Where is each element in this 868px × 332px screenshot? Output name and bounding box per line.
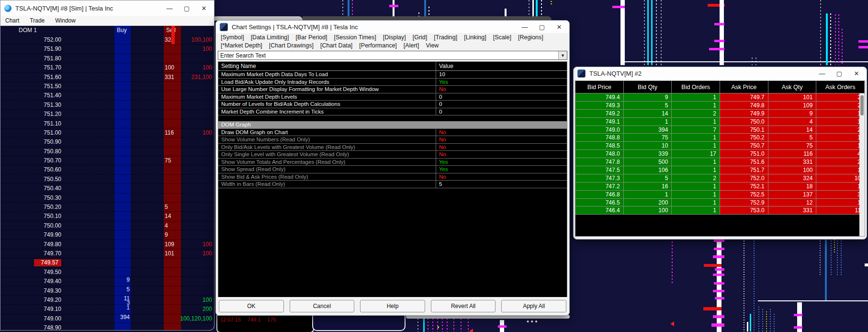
dom-price-row[interactable]: 751.00116100 bbox=[0, 128, 214, 137]
dialog-titlebar[interactable]: Chart Settings | TSLA-NQTV[M] #8 | Tesla… bbox=[216, 21, 569, 33]
ask-qty-cell[interactable]: 331 bbox=[165, 74, 181, 80]
maximize-icon[interactable]: ▢ bbox=[836, 70, 843, 77]
ask-qty-cell[interactable]: 4 bbox=[165, 222, 181, 229]
ask-qty-cell[interactable]: 9 bbox=[165, 231, 181, 238]
setting-value[interactable]: 0 bbox=[436, 94, 567, 100]
tab-bar-period[interactable]: [Bar Period] bbox=[296, 34, 327, 41]
dom-price-row[interactable]: 752.00324100,100 bbox=[0, 35, 214, 45]
setting-row-number-of-levels-for-bid-ask-depth-calculations[interactable]: Number of Levels for Bid/Ask Depth Calcu… bbox=[218, 101, 567, 108]
setting-row-draw-dom-graph-on-chart[interactable]: Draw DOM Graph on ChartNo bbox=[218, 129, 567, 137]
menu-trade[interactable]: Trade bbox=[30, 17, 45, 24]
dom-price-row[interactable]: 750.90 bbox=[0, 137, 214, 147]
ask-qty-cell[interactable]: 116 bbox=[165, 129, 181, 136]
bid-qty-cell[interactable]: 5 bbox=[114, 287, 130, 292]
depth-col-ask-price[interactable]: Ask Price bbox=[720, 81, 768, 93]
setting-row-maximum-market-depth-levels[interactable]: Maximum Market Depth Levels0 bbox=[218, 93, 567, 101]
ask-qty-cell[interactable]: 101 bbox=[165, 250, 181, 257]
setting-row-show-volume-totals-and-percentages-read-only[interactable]: Show Volume Totals And Percentages (Read… bbox=[218, 159, 567, 166]
setting-value[interactable]: No bbox=[436, 144, 567, 150]
setting-row-load-bid-ask-update-only-intraday-records[interactable]: Load Bid/Ask Update Only Intraday Record… bbox=[218, 79, 567, 86]
dom-price-row[interactable]: 751.60331231,100 bbox=[0, 73, 214, 82]
depth-col-bid-qty[interactable]: Bid Qty bbox=[624, 81, 672, 93]
setting-value[interactable]: 0 bbox=[436, 101, 567, 107]
tab-alert[interactable]: [Alert] bbox=[404, 42, 419, 49]
dom-price-row[interactable]: 751.20 bbox=[0, 110, 214, 119]
dom-price-row[interactable]: 751.30 bbox=[0, 101, 214, 110]
setting-value[interactable]: No bbox=[436, 129, 567, 135]
dom-price-row[interactable]: 750.1014 bbox=[0, 212, 214, 221]
ask-qty-cell[interactable]: 14 bbox=[165, 213, 181, 219]
close-icon[interactable]: ✕ bbox=[853, 70, 860, 77]
setting-value[interactable]: No bbox=[436, 86, 567, 92]
setting-row-market-depth-combine-increment-in-ticks[interactable]: Market Depth Combine Increment in Ticks0 bbox=[218, 108, 567, 116]
dom-price-row[interactable]: 749.50 bbox=[0, 268, 214, 277]
help-button[interactable]: Help bbox=[360, 300, 425, 312]
tab-grid[interactable]: [Grid] bbox=[413, 34, 428, 41]
tab-linking[interactable]: [Linking] bbox=[464, 34, 486, 41]
dom-price-row[interactable]: 751.10 bbox=[0, 119, 214, 128]
setting-value[interactable]: No bbox=[436, 137, 567, 142]
setting-value[interactable]: 0 bbox=[436, 109, 567, 114]
menu-chart[interactable]: Chart bbox=[5, 17, 19, 24]
dom-price-row[interactable]: 749.20113100 bbox=[0, 296, 214, 305]
setting-value[interactable]: No bbox=[436, 151, 567, 157]
depth-col-bid-orders[interactable]: Bid Orders bbox=[672, 81, 720, 93]
dom-price-row[interactable]: 749.909 bbox=[0, 230, 214, 240]
setting-row-show-bid-ask-prices-read-only[interactable]: Show Bid & Ask Prices (Read Only)No bbox=[218, 173, 567, 181]
dom-titlebar[interactable]: TSLA-NQTV[M] #8 [Sim] | Tesla Inc — ▢ ✕ bbox=[0, 0, 214, 16]
tab-display[interactable]: [Display] bbox=[383, 34, 406, 41]
depth-col-ask-orders[interactable]: Ask Orders bbox=[816, 81, 865, 93]
tab-data-limiting[interactable]: [Data Limiting] bbox=[251, 34, 289, 41]
dom-price-row[interactable]: 750.80 bbox=[0, 147, 214, 156]
setting-value[interactable]: Yes bbox=[436, 79, 567, 85]
tab-chart-data[interactable]: [Chart Data] bbox=[320, 42, 352, 49]
ask-qty-cell[interactable]: 109 bbox=[165, 241, 181, 248]
ask-qty-cell[interactable]: 100 bbox=[165, 64, 181, 71]
dom-price-row[interactable]: 751.80 bbox=[0, 54, 214, 63]
maximize-icon[interactable]: ▢ bbox=[183, 5, 190, 12]
depth-titlebar[interactable]: TSLA-NQTV[M] #2 — ▢ ✕ bbox=[574, 67, 867, 80]
cancel-button[interactable]: Cancel bbox=[290, 300, 355, 312]
depth-col-bid-price[interactable]: Bid Price bbox=[575, 81, 624, 93]
setting-row-show-spread-read-only[interactable]: Show Spread (Read Only)Yes bbox=[218, 166, 567, 173]
tab-regions[interactable]: [Regions] bbox=[518, 34, 543, 41]
maximize-icon[interactable]: ▢ bbox=[539, 23, 545, 31]
dom-price-row[interactable]: 750.004 bbox=[0, 221, 214, 230]
bid-qty-cell[interactable]: 9 bbox=[114, 278, 130, 282]
tab-trading[interactable]: [Trading] bbox=[434, 34, 457, 41]
minimize-icon[interactable]: — bbox=[819, 70, 825, 77]
minimize-icon[interactable]: — bbox=[166, 5, 173, 12]
ask-qty-cell[interactable]: 5 bbox=[165, 204, 181, 210]
close-icon[interactable]: ✕ bbox=[556, 23, 563, 31]
tab-performance[interactable]: [Performance] bbox=[359, 42, 397, 49]
setting-value[interactable]: No bbox=[436, 174, 567, 180]
setting-value[interactable]: Yes bbox=[436, 159, 567, 165]
depth-scrollbar[interactable] bbox=[859, 93, 865, 236]
setting-row-show-volume-numbers-read-only[interactable]: Show Volume Numbers (Read Only)No bbox=[218, 136, 567, 144]
bid-qty-cell[interactable]: 394 bbox=[114, 315, 130, 320]
setting-value[interactable]: 10 bbox=[436, 71, 567, 77]
dom-price-row[interactable]: 749.57 bbox=[0, 258, 214, 267]
setting-row-maximum-market-depth-data-days-to-load[interactable]: Maximum Market Depth Data Days To Load10 bbox=[218, 71, 567, 79]
dom-price-row[interactable]: 750.40 bbox=[0, 184, 214, 193]
dom-price-row[interactable]: 749.101200 bbox=[0, 305, 214, 314]
setting-value[interactable]: Yes bbox=[436, 166, 567, 172]
dom-price-row[interactable]: 749.305 bbox=[0, 286, 214, 296]
dom-price-row[interactable]: 751.90100 bbox=[0, 45, 214, 54]
dom-price-row[interactable]: 749.00394100,120,100 bbox=[0, 314, 214, 323]
setting-row-use-large-number-display-formatting-for-market-depth-window[interactable]: Use Large Number Display Formatting for … bbox=[218, 86, 567, 93]
dom-price-row[interactable]: 750.30 bbox=[0, 194, 214, 203]
dom-price-row[interactable]: 749.80109100 bbox=[0, 240, 214, 249]
menu-window[interactable]: Window bbox=[55, 17, 76, 24]
setting-row-only-single-level-with-greatest-volume-read-only[interactable]: Only Single Level with Greatest Volume (… bbox=[218, 151, 567, 159]
depth-col-ask-qty[interactable]: Ask Qty bbox=[768, 81, 817, 93]
ok-button[interactable]: OK bbox=[219, 300, 284, 312]
revert-all-button[interactable]: Revert All bbox=[431, 300, 496, 312]
bid-qty-cell[interactable]: 113 bbox=[114, 297, 130, 305]
dom-price-row[interactable]: 750.50 bbox=[0, 175, 214, 184]
setting-value[interactable]: 5 bbox=[436, 181, 567, 187]
tab-chart-drawings[interactable]: [Chart Drawings] bbox=[269, 42, 314, 49]
tab-market-depth[interactable]: [*Market Depth] bbox=[221, 42, 262, 49]
dom-price-row[interactable]: 751.50 bbox=[0, 82, 214, 91]
tab-scale[interactable]: [Scale] bbox=[493, 34, 511, 41]
